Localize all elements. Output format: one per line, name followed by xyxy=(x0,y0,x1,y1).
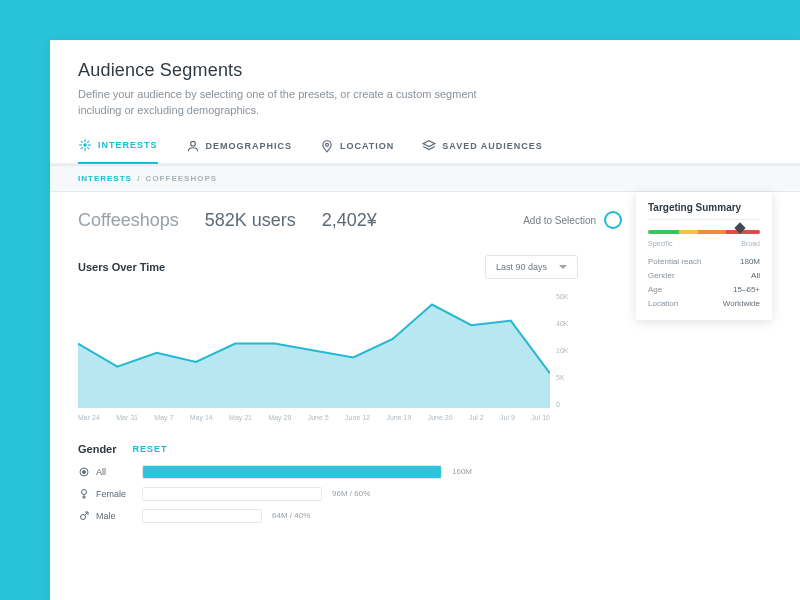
gender-row-all[interactable]: All160M xyxy=(78,465,578,479)
circle-add-icon xyxy=(604,211,622,229)
svg-point-14 xyxy=(82,489,87,494)
svg-line-7 xyxy=(81,147,83,149)
add-to-selection[interactable]: Add to Selection xyxy=(523,211,622,229)
svg-point-17 xyxy=(81,514,86,519)
page-subtitle: Define your audience by selecting one of… xyxy=(78,87,508,119)
gender-value: 96M / 60% xyxy=(332,489,370,498)
dropdown-label: Last 90 days xyxy=(496,262,547,272)
gender-bar xyxy=(142,487,322,501)
summary-title: Targeting Summary xyxy=(648,202,760,220)
x-tick: May 7 xyxy=(154,414,173,421)
y-tick: 40K xyxy=(556,320,568,327)
gender-value: 160M xyxy=(452,467,472,476)
page-title: Audience Segments xyxy=(78,60,772,81)
gender-block: Gender RESET All160MFemale96M / 60%Male6… xyxy=(78,443,578,523)
gender-label: Female xyxy=(78,488,132,500)
panel: Audience Segments Define your audience b… xyxy=(50,40,800,600)
gender-title: Gender xyxy=(78,443,117,455)
summary-row: GenderAll xyxy=(648,271,760,280)
x-tick: June 5 xyxy=(308,414,329,421)
chart-title: Users Over Time xyxy=(78,261,165,273)
x-tick: June 19 xyxy=(386,414,411,421)
gauge-left-label: Specific xyxy=(648,240,673,247)
x-tick: Jul 2 xyxy=(469,414,484,421)
segment-users: 582K users xyxy=(205,210,296,231)
breadcrumb-separator: / xyxy=(137,174,140,183)
y-tick: 50K xyxy=(556,293,568,300)
segment-name: Coffeeshops xyxy=(78,210,179,231)
targeting-summary-card: Targeting Summary Specific Broad Potenti… xyxy=(636,192,772,320)
svg-marker-11 xyxy=(424,141,436,147)
gauge-marker-icon xyxy=(734,222,745,233)
tab-location[interactable]: LOCATION xyxy=(320,138,394,164)
date-range-dropdown[interactable]: Last 90 days xyxy=(485,255,578,279)
female-icon xyxy=(78,488,90,500)
tabs: INTERESTS DEMOGRAPHICS LOCATION SAVED AU… xyxy=(50,119,800,165)
x-tick: Jul 16 xyxy=(531,414,550,421)
spark-icon xyxy=(78,138,92,152)
gender-row-female[interactable]: Female96M / 60% xyxy=(78,487,578,501)
svg-point-10 xyxy=(326,143,329,146)
summary-row: Potential reach180M xyxy=(648,257,760,266)
male-icon xyxy=(78,510,90,522)
svg-line-5 xyxy=(81,141,83,143)
y-tick: 10K xyxy=(556,347,568,354)
add-to-selection-label: Add to Selection xyxy=(523,215,596,226)
tab-label: SAVED AUDIENCES xyxy=(442,141,543,151)
pin-icon xyxy=(320,139,334,153)
chevron-down-icon xyxy=(559,265,567,269)
gauge-right-label: Broad xyxy=(741,240,760,247)
summary-rows: Potential reach180MGenderAllAge15–65+Loc… xyxy=(648,257,760,308)
tab-label: DEMOGRAPHICS xyxy=(206,141,293,151)
x-tick: Mar 24 xyxy=(78,414,100,421)
x-tick: May 21 xyxy=(229,414,252,421)
header: Audience Segments Define your audience b… xyxy=(50,40,800,119)
x-tick: May 14 xyxy=(190,414,213,421)
gender-bar xyxy=(142,465,442,479)
svg-line-8 xyxy=(87,141,89,143)
content: Coffeeshops 582K users 2,402¥ Add to Sel… xyxy=(50,192,800,523)
reset-button[interactable]: RESET xyxy=(133,444,168,454)
gender-label: Male xyxy=(78,510,132,522)
layers-icon xyxy=(422,139,436,153)
gender-bar xyxy=(142,509,262,523)
person-icon xyxy=(186,139,200,153)
tab-saved-audiences[interactable]: SAVED AUDIENCES xyxy=(422,138,543,164)
x-axis: Mar 24Mar 31May 7May 14May 21May 28June … xyxy=(78,414,550,421)
chart-block: Users Over Time Last 90 days 50K40K10K5K… xyxy=(78,255,578,421)
chart-area: 50K40K10K5K0 xyxy=(78,293,578,408)
tab-label: INTERESTS xyxy=(98,140,158,150)
x-tick: Mar 31 xyxy=(116,414,138,421)
x-tick: June 26 xyxy=(428,414,453,421)
x-tick: May 28 xyxy=(268,414,291,421)
y-tick: 0 xyxy=(556,401,560,408)
tab-interests[interactable]: INTERESTS xyxy=(78,138,158,164)
area-chart xyxy=(78,293,550,408)
tab-label: LOCATION xyxy=(340,141,394,151)
breadcrumb-leaf: COFFEESHOPS xyxy=(146,174,217,183)
tab-demographics[interactable]: DEMOGRAPHICS xyxy=(186,138,293,164)
svg-point-9 xyxy=(190,141,195,146)
breadcrumb: INTERESTS / COFFEESHOPS xyxy=(50,165,800,192)
segment-price: 2,402¥ xyxy=(322,210,377,231)
targeting-gauge xyxy=(648,230,760,234)
x-tick: June 12 xyxy=(345,414,370,421)
svg-point-0 xyxy=(84,144,86,146)
summary-row: LocationWorldwide xyxy=(648,299,760,308)
gender-row-male[interactable]: Male64M / 40% xyxy=(78,509,578,523)
radio-selected-icon xyxy=(78,466,90,478)
svg-line-6 xyxy=(87,147,89,149)
breadcrumb-root[interactable]: INTERESTS xyxy=(78,174,132,183)
y-axis: 50K40K10K5K0 xyxy=(550,293,578,408)
y-tick: 5K xyxy=(556,374,565,381)
gender-label: All xyxy=(78,466,132,478)
summary-row: Age15–65+ xyxy=(648,285,760,294)
x-tick: Jul 9 xyxy=(500,414,515,421)
gender-value: 64M / 40% xyxy=(272,511,310,520)
svg-point-13 xyxy=(83,470,86,473)
